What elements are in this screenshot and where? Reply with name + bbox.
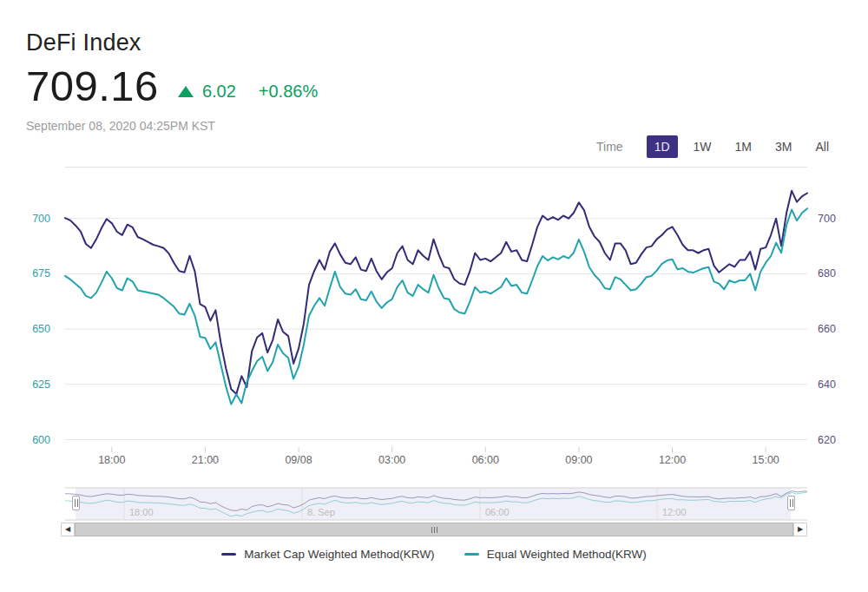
legend-item-equal-weighted[interactable]: Equal Weighted Method(KRW) [464, 548, 647, 561]
series-line-equal-weighted [65, 208, 807, 405]
y-axis-right-label: 680 [818, 267, 836, 280]
navigator-tick-label: 8. Sep [307, 507, 335, 517]
x-axis-label: 09:00 [565, 454, 592, 466]
y-axis-left-label: 700 [32, 213, 50, 225]
scrollbar-right-arrow-button[interactable]: ▶ [793, 523, 807, 536]
scrollbar-thumb[interactable] [75, 523, 793, 536]
y-axis-right-label: 620 [818, 434, 836, 446]
y-axis-right-label: 660 [818, 323, 836, 335]
y-axis-left-label: 600 [32, 434, 50, 446]
y-axis-left-label: 650 [32, 323, 50, 335]
equal-weighted-series-swatch [464, 553, 479, 556]
x-axis-label: 18:00 [98, 454, 125, 466]
plot-area[interactable]: 70070067568065066062564060062018:0021:00… [0, 0, 868, 592]
x-axis-label: 12:00 [659, 454, 686, 466]
legend: Market Cap Weighted Method(KRW) Equal We… [0, 548, 868, 561]
navigator-left-handle[interactable] [72, 496, 80, 510]
x-axis-label: 06:00 [472, 454, 499, 466]
navigator-tick-label: 18:00 [129, 507, 154, 517]
y-axis-right-label: 700 [818, 213, 836, 225]
market-cap-series-label: Market Cap Weighted Method(KRW) [244, 548, 434, 561]
navigator-right-handle[interactable] [787, 496, 795, 510]
y-axis-left-label: 625 [32, 378, 50, 391]
right-arrow-icon: ▶ [798, 526, 803, 533]
navigator-tick-label: 06:00 [485, 507, 510, 517]
x-axis-label: 03:00 [378, 454, 405, 466]
x-axis-label: 15:00 [753, 454, 779, 466]
equal-weighted-series-label: Equal Weighted Method(KRW) [487, 548, 647, 561]
y-axis-left-label: 675 [32, 267, 50, 280]
series-line-market-cap [65, 191, 807, 394]
left-arrow-icon: ◀ [65, 526, 70, 533]
legend-item-market-cap[interactable]: Market Cap Weighted Method(KRW) [221, 548, 434, 561]
defi-index-page: DeFi Index 709.16 6.02 +0.86% September … [0, 0, 868, 592]
market-cap-series-swatch [221, 553, 236, 556]
x-axis-label: 21:00 [192, 454, 219, 466]
x-axis-label: 09/08 [285, 454, 312, 466]
navigator-tick-label: 12:00 [662, 507, 687, 517]
scrollbar-left-arrow-button[interactable]: ◀ [61, 523, 75, 536]
y-axis-right-label: 640 [818, 378, 836, 391]
